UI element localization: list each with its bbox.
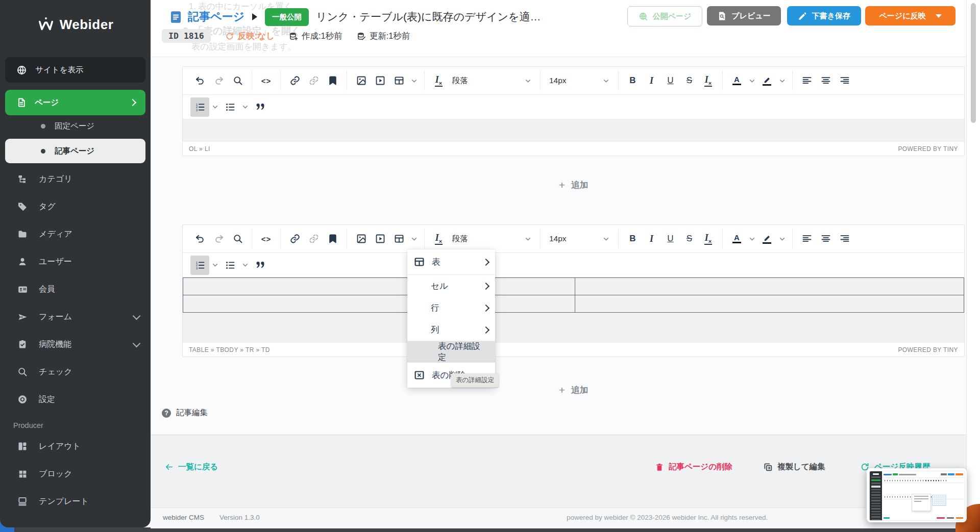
back-to-list-link[interactable]: 一覧に戻る bbox=[165, 462, 218, 472]
remove-link-button[interactable] bbox=[304, 71, 323, 90]
ordered-list-button[interactable]: 123 bbox=[190, 97, 209, 117]
strikethrough-button[interactable]: S bbox=[680, 229, 699, 248]
align-left-button[interactable] bbox=[797, 71, 816, 90]
sidebar-item-fixed-pages[interactable]: 固定ページ bbox=[0, 115, 151, 137]
add-block-button-1[interactable]: + 追加 bbox=[182, 178, 965, 192]
reflect-to-page-button[interactable]: ページに反映 bbox=[865, 6, 955, 26]
bold-button[interactable]: B bbox=[623, 71, 642, 90]
sidebar-item-layout[interactable]: レイアウト bbox=[0, 433, 151, 460]
menu-item-column[interactable]: 列 bbox=[407, 319, 495, 341]
align-center-button[interactable] bbox=[816, 71, 835, 90]
font-size-select[interactable]: 14px bbox=[545, 71, 614, 90]
sidebar-item-templates[interactable]: テンプレート bbox=[0, 488, 151, 515]
bullet-list-dropdown-chevron[interactable] bbox=[239, 256, 251, 275]
ordered-list-dropdown-chevron[interactable] bbox=[209, 97, 220, 117]
bullet-list-dropdown-chevron[interactable] bbox=[239, 97, 251, 117]
page-thumbnail-preview[interactable] bbox=[867, 468, 967, 522]
add-block-button-2[interactable]: + 追加 bbox=[182, 383, 965, 397]
redo-button[interactable] bbox=[209, 229, 228, 248]
insert-media-button[interactable] bbox=[371, 229, 389, 248]
sidebar-item-pages[interactable]: ページ bbox=[5, 90, 145, 115]
remove-link-button[interactable] bbox=[304, 229, 323, 248]
bullet-list-button[interactable] bbox=[220, 256, 239, 275]
clear-formatting-button[interactable]: I× bbox=[699, 229, 718, 248]
editor2-content[interactable] bbox=[183, 277, 964, 343]
scrollbar-track[interactable] bbox=[966, 0, 980, 528]
sidebar-item-categories[interactable]: カテゴリ bbox=[0, 165, 151, 193]
font-size-select[interactable]: 14px bbox=[545, 229, 614, 248]
sidebar-item-blocks[interactable]: ブロック bbox=[0, 460, 151, 488]
bold-button[interactable]: B bbox=[623, 229, 642, 248]
underline-button[interactable]: U bbox=[661, 229, 680, 248]
anchor-button[interactable] bbox=[323, 229, 342, 248]
align-left-button[interactable] bbox=[797, 229, 816, 248]
editor1-content[interactable] bbox=[183, 119, 964, 142]
italic-button[interactable]: I bbox=[642, 71, 661, 90]
menu-item-cell[interactable]: セル bbox=[407, 275, 495, 297]
paragraph-format-select[interactable]: 段落 bbox=[448, 71, 535, 90]
blockquote-button[interactable] bbox=[251, 256, 270, 275]
content-table[interactable] bbox=[183, 277, 964, 313]
insert-media-button[interactable] bbox=[371, 71, 389, 90]
table-row[interactable] bbox=[183, 278, 964, 295]
menu-item-row[interactable]: 行 bbox=[407, 297, 495, 319]
paragraph-format-select[interactable]: 段落 bbox=[448, 229, 535, 248]
scrollbar-thumb[interactable] bbox=[971, 3, 976, 123]
question-icon[interactable]: ? bbox=[162, 409, 171, 418]
sidebar-item-tags[interactable]: タグ bbox=[0, 193, 151, 220]
strikethrough-button[interactable]: S bbox=[680, 71, 699, 90]
highlight-color-button[interactable] bbox=[757, 71, 776, 90]
sidebar-item-media[interactable]: メディア bbox=[0, 220, 151, 248]
highlight-dropdown-chevron[interactable] bbox=[776, 229, 788, 248]
table-row[interactable] bbox=[183, 295, 964, 313]
clear-formatting-button[interactable]: I× bbox=[699, 71, 718, 90]
sidebar-item-settings[interactable]: 設定 bbox=[0, 386, 151, 413]
text-color-button[interactable]: A bbox=[727, 71, 746, 90]
bullet-list-button[interactable] bbox=[220, 97, 239, 117]
text-color-dropdown-chevron[interactable] bbox=[746, 229, 757, 248]
sidebar-item-check[interactable]: チェック bbox=[0, 358, 151, 386]
duplicate-edit-link[interactable]: 複製して編集 bbox=[763, 462, 825, 472]
menu-item-table[interactable]: 表 bbox=[407, 249, 495, 274]
align-right-button[interactable] bbox=[835, 229, 854, 248]
search-replace-button[interactable] bbox=[228, 71, 247, 90]
insert-link-button[interactable] bbox=[285, 71, 304, 90]
public-page-button[interactable]: 公開ページ bbox=[627, 6, 702, 27]
ordered-list-button[interactable]: 123 bbox=[190, 256, 209, 275]
sidebar-item-forms[interactable]: フォーム bbox=[0, 303, 151, 331]
blockquote-button[interactable] bbox=[251, 97, 270, 117]
table-dropdown-chevron[interactable] bbox=[408, 71, 420, 90]
element-path[interactable]: TABLE » TBODY » TR » TD bbox=[189, 346, 270, 353]
redo-button[interactable] bbox=[209, 71, 228, 90]
element-path[interactable]: OL » LI bbox=[189, 145, 210, 153]
search-replace-button[interactable] bbox=[228, 229, 247, 248]
underline-button[interactable]: U bbox=[661, 71, 680, 90]
insert-image-button[interactable] bbox=[352, 71, 371, 90]
sidebar-item-hospital[interactable]: 病院機能 bbox=[0, 331, 151, 358]
source-code-button[interactable]: <> bbox=[257, 71, 276, 90]
align-center-button[interactable] bbox=[816, 229, 835, 248]
webider-logo[interactable]: Webider bbox=[0, 0, 151, 49]
ordered-list-dropdown-chevron[interactable] bbox=[209, 256, 220, 275]
undo-button[interactable] bbox=[190, 71, 209, 90]
insert-table-button[interactable] bbox=[389, 229, 408, 248]
clear-formatting-button[interactable]: I× bbox=[429, 71, 448, 90]
text-color-dropdown-chevron[interactable] bbox=[746, 71, 757, 90]
clear-formatting-button[interactable]: I× bbox=[429, 229, 448, 248]
source-code-button[interactable]: <> bbox=[257, 229, 276, 248]
delete-article-link[interactable]: 記事ページの削除 bbox=[655, 462, 732, 472]
save-draft-button[interactable]: 下書き保存 bbox=[787, 6, 861, 26]
sidebar-item-users[interactable]: ユーザー bbox=[0, 248, 151, 275]
highlight-dropdown-chevron[interactable] bbox=[776, 71, 788, 90]
undo-button[interactable] bbox=[190, 229, 209, 248]
anchor-button[interactable] bbox=[323, 71, 342, 90]
text-color-button[interactable]: A bbox=[727, 229, 746, 248]
sidebar-item-site-view[interactable]: サイトを表示 bbox=[5, 57, 145, 83]
highlight-color-button[interactable] bbox=[757, 229, 776, 248]
sidebar-item-article-pages[interactable]: 記事ページ bbox=[5, 139, 145, 163]
table-dropdown-chevron[interactable] bbox=[408, 229, 420, 248]
sidebar-item-members[interactable]: 会員 bbox=[0, 275, 151, 303]
italic-button[interactable]: I bbox=[642, 229, 661, 248]
breadcrumb-article-pages-link[interactable]: 記事ページ bbox=[188, 9, 244, 24]
insert-link-button[interactable] bbox=[285, 229, 304, 248]
